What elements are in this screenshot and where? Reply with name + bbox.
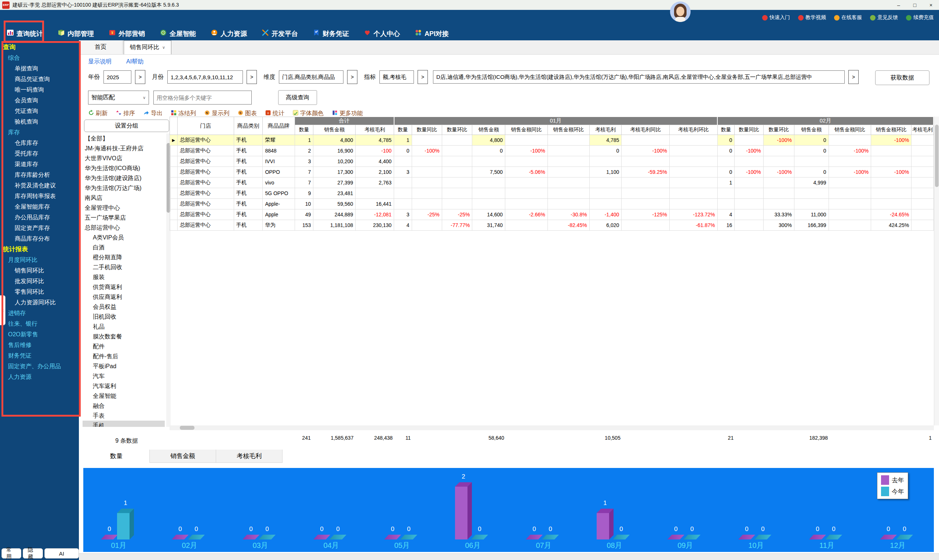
- group-list-item[interactable]: 【全部】: [83, 134, 165, 143]
- year-input[interactable]: [103, 71, 131, 84]
- sidebar-item-库存[interactable]: 库存: [0, 127, 79, 137]
- menu-item-全屋智能[interactable]: 全屋智能: [160, 29, 196, 38]
- group-list-item[interactable]: 供货商返利: [83, 282, 165, 292]
- column-header-商品品牌[interactable]: 商品品牌: [263, 117, 294, 135]
- column-header-数量同比[interactable]: 数量同比: [412, 125, 442, 135]
- column-header-销售金额[interactable]: 销售金额: [313, 125, 356, 135]
- indicator-more-button[interactable]: >: [418, 70, 428, 84]
- group-list-item[interactable]: 白酒: [83, 242, 165, 252]
- scrollbar-thumb[interactable]: [180, 426, 194, 430]
- set-grouping-button[interactable]: 设置分组: [84, 120, 169, 132]
- column-header-销售金额[interactable]: 销售金额: [794, 125, 828, 135]
- scrollbar-thumb[interactable]: [935, 125, 939, 187]
- sidebar-item-渠道库存[interactable]: 渠道库存: [0, 159, 79, 169]
- group-list-item[interactable]: 大世界VIVO店: [83, 153, 165, 163]
- sidebar-item-凭证查询[interactable]: 凭证查询: [0, 106, 79, 116]
- quick-link-在线客服[interactable]: 在线客服: [834, 14, 862, 21]
- sidebar-item-会员查询[interactable]: 会员查询: [0, 95, 79, 106]
- group-list-item[interactable]: 华为生活馆(万达广场): [83, 183, 165, 193]
- column-header-数量环比[interactable]: 数量环比: [442, 125, 472, 135]
- group-list-item[interactable]: 融合: [83, 401, 165, 411]
- group-list-item[interactable]: 全屋智能: [83, 391, 165, 401]
- indicator-input[interactable]: [379, 71, 414, 84]
- sidebar-item-人力资源[interactable]: 人力资源: [0, 371, 79, 382]
- link-显示说明[interactable]: 显示说明: [88, 58, 111, 66]
- sidebar-footer-button-隐藏[interactable]: 隐藏: [23, 548, 43, 558]
- fetch-data-button[interactable]: 获取数据: [875, 71, 930, 85]
- column-header-销售金额同比[interactable]: 销售金额同比: [505, 125, 548, 135]
- toolbar-排序[interactable]: 排序: [116, 110, 135, 117]
- year-more-button[interactable]: >: [135, 70, 145, 84]
- sidebar-item-固定资产、办公用品[interactable]: 固定资产、办公用品: [0, 361, 79, 371]
- group-list-item[interactable]: 平板iPad: [83, 361, 165, 371]
- table-row[interactable]: 总部运营中心手机5G OPPO923,481: [170, 188, 934, 199]
- sidebar-collapse-handle[interactable]: <: [0, 295, 6, 325]
- group-list-item[interactable]: 服装: [83, 272, 165, 282]
- minimize-button[interactable]: –: [891, 0, 907, 10]
- column-header-考核毛利[interactable]: 考核毛利: [911, 125, 933, 135]
- group-list-item[interactable]: 南风店: [83, 193, 165, 203]
- sidebar-item-仓库库存[interactable]: 仓库库存: [0, 137, 79, 148]
- column-header-销售金额环比[interactable]: 销售金额环比: [547, 125, 589, 135]
- month-input[interactable]: [167, 71, 243, 84]
- table-row[interactable]: 总部运营中心手机Apple-1059,56016,441: [170, 199, 934, 209]
- sidebar-item-库存周转率报表[interactable]: 库存周转率报表: [0, 191, 79, 202]
- quick-link-续费充值[interactable]: 续费充值: [906, 14, 934, 21]
- sidebar-item-办公用品库存[interactable]: 办公用品库存: [0, 212, 79, 223]
- toolbar-导出[interactable]: 导出: [143, 110, 163, 117]
- group-list-item[interactable]: 华为生活馆(建设路店): [83, 173, 165, 183]
- column-header-考核毛利环比[interactable]: 考核毛利环比: [669, 125, 717, 135]
- match-mode-select[interactable]: 智能匹配 ∨: [88, 91, 149, 105]
- column-header-商品类别[interactable]: 商品类别: [234, 117, 263, 135]
- group-list-item[interactable]: 汽车返利: [83, 381, 165, 391]
- link-AI帮助[interactable]: AI帮助: [126, 58, 143, 66]
- group-list-item[interactable]: 全屋管理中心: [83, 203, 165, 213]
- sidebar-item-补货及清仓建议[interactable]: 补货及清仓建议: [0, 180, 79, 191]
- menu-item-外部营销[interactable]: ¥外部营销: [109, 29, 145, 38]
- toolbar-统计[interactable]: x统计: [265, 110, 284, 117]
- column-header-门店[interactable]: 门店: [177, 117, 234, 135]
- quick-link-意见反馈[interactable]: 意见反馈: [870, 14, 898, 21]
- group-list-item[interactable]: JM-海通科技-王府井店: [83, 143, 165, 153]
- table-row[interactable]: 总部运营中心手机华为1531,181,108230,1304-77.77%31,…: [170, 220, 934, 231]
- column-header-数量环比[interactable]: 数量环比: [763, 125, 794, 135]
- sidebar-item-财务凭证[interactable]: 财务凭证: [0, 350, 79, 361]
- sidebar-footer-button-AI[interactable]: AI: [45, 548, 79, 558]
- sidebar-item-受托库存[interactable]: 受托库存: [0, 148, 79, 159]
- sidebar-item-销售同环比[interactable]: 销售同环比: [0, 265, 79, 276]
- column-header-销售金额[interactable]: 销售金额: [472, 125, 505, 135]
- sidebar-item-查询[interactable]: 查询: [0, 42, 79, 52]
- group-list-item[interactable]: 华为生活馆(ICO商场): [83, 163, 165, 173]
- menu-item-API对接[interactable]: API对接: [415, 29, 449, 38]
- group-list-item[interactable]: 膜次数套餐: [83, 332, 165, 342]
- group-list-item[interactable]: 手表: [83, 411, 165, 421]
- group-list-item[interactable]: 配件: [83, 342, 165, 351]
- group-list-item[interactable]: 总部运营中心: [83, 223, 165, 232]
- group-list-item[interactable]: 五一广场苹果店: [83, 213, 165, 223]
- sidebar-item-验机查询[interactable]: 验机查询: [0, 116, 79, 127]
- sidebar-footer-button-常用[interactable]: 常用: [2, 548, 21, 558]
- group-list-item[interactable]: 二手机回收: [83, 262, 165, 272]
- sidebar-item-综合[interactable]: 综合: [0, 52, 79, 63]
- advanced-search-button[interactable]: 高级查询: [278, 90, 317, 105]
- chart-tab-考核毛利[interactable]: 考核毛利: [216, 449, 282, 463]
- sidebar-item-库存库龄分析[interactable]: 库存库龄分析: [0, 169, 79, 180]
- stores-more-button[interactable]: >: [848, 70, 859, 84]
- toolbar-图表[interactable]: 图表: [237, 110, 257, 117]
- menu-item-开发平台[interactable]: 开发平台: [262, 29, 298, 38]
- table-row[interactable]: 总部运营中心手机IVVI310,2004,400: [170, 156, 934, 167]
- column-header-销售金额环比[interactable]: 销售金额环比: [871, 125, 911, 135]
- sidebar-item-月度同环比[interactable]: 月度同环比: [0, 254, 79, 265]
- toolbar-刷新[interactable]: 刷新: [88, 110, 108, 117]
- menu-item-内部管理[interactable]: 内部管理: [58, 29, 94, 38]
- sidebar-item-商品库存分布[interactable]: 商品库存分布: [0, 233, 79, 244]
- sidebar-item-进销存[interactable]: 进销存: [0, 308, 79, 318]
- dimension-input[interactable]: [279, 71, 344, 84]
- column-header-考核毛利[interactable]: 考核毛利: [356, 125, 394, 135]
- sidebar-item-O2O新零售[interactable]: O2O新零售: [0, 329, 79, 340]
- sidebar-item-批发同环比[interactable]: 批发同环比: [0, 276, 79, 286]
- toolbar-字体颜色[interactable]: 字体颜色: [293, 110, 324, 117]
- vertical-scrollbar[interactable]: [934, 117, 939, 425]
- avatar[interactable]: [670, 2, 691, 22]
- dimension-more-button[interactable]: >: [347, 70, 358, 84]
